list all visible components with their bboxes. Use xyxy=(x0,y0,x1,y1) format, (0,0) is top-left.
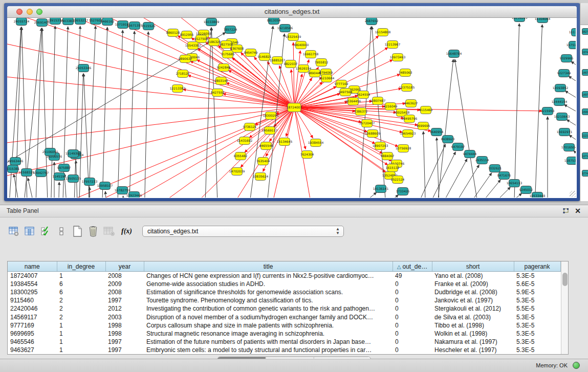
table-cell[interactable]: 2009 xyxy=(105,280,144,288)
float-window-icon[interactable] xyxy=(561,207,570,215)
table-row[interactable]: 1456911722003Disruption of a novel membe… xyxy=(8,313,560,321)
graph-node[interactable]: 19747 xyxy=(582,49,588,55)
column-header-title[interactable]: title xyxy=(144,261,393,272)
table-cell[interactable]: Estimation of the future numbers of pati… xyxy=(144,338,393,346)
table-cell[interactable]: Hescheler et al. (1997) xyxy=(432,346,514,354)
delete-table-button[interactable] xyxy=(102,225,116,238)
table-cell[interactable]: 9463627 xyxy=(8,346,57,354)
table-cell[interactable]: 1 xyxy=(57,330,105,338)
graph-node[interactable]: 12710 xyxy=(582,152,588,159)
table-cell[interactable]: 1997 xyxy=(105,338,144,346)
table-cell[interactable]: 5.3E-5 xyxy=(514,330,560,338)
function-builder-button[interactable]: f(x) xyxy=(121,227,132,235)
resize-grip-icon[interactable] xyxy=(570,191,576,197)
table-cell[interactable]: 0 xyxy=(393,321,432,330)
table-cell[interactable]: 1998 xyxy=(105,321,144,330)
graph-node[interactable]: 9827 xyxy=(582,28,588,35)
table-cell[interactable]: Estimation of significance thresholds fo… xyxy=(144,288,393,296)
table-cell[interactable]: 5.3E-5 xyxy=(514,272,560,280)
table-cell[interactable]: 49 xyxy=(393,272,432,280)
table-cell[interactable]: 1998 xyxy=(105,330,144,338)
table-cell[interactable]: 0 xyxy=(393,280,432,288)
table-cell[interactable]: 2 xyxy=(57,313,105,321)
table-cell[interactable]: Tourette syndrome. Phenomenology and cla… xyxy=(144,296,393,304)
show-columns-button[interactable] xyxy=(23,225,36,238)
table-cell[interactable]: 19384554 xyxy=(8,280,57,288)
table-cell[interactable]: 0 xyxy=(393,313,432,321)
table-cell[interactable]: 1 xyxy=(57,321,105,330)
table-cell[interactable]: 0 xyxy=(393,346,432,354)
table-row[interactable]: 969969511998Structural magnetic resonanc… xyxy=(8,330,560,338)
table-cell[interactable]: 5.3E-5 xyxy=(514,338,560,346)
column-header-year[interactable]: year xyxy=(105,261,144,272)
table-cell[interactable]: 0 xyxy=(393,338,432,346)
table-cell[interactable]: 18724007 xyxy=(8,272,57,280)
table-cell[interactable]: 14569117 xyxy=(8,313,57,321)
table-row[interactable]: 977716911998Corpus callosum shape and si… xyxy=(8,321,560,330)
table-cell[interactable]: Wolkin et al. (1998) xyxy=(432,330,514,338)
table-cell[interactable]: Changes of HCN gene expression and I(f) … xyxy=(144,272,393,280)
graph-node[interactable]: 6774 xyxy=(582,170,588,177)
table-row[interactable]: 2242004622012Investigating the contribut… xyxy=(8,304,560,313)
graph-node[interactable]: 15958 xyxy=(582,108,588,115)
table-cell[interactable]: 5.9E-5 xyxy=(514,288,560,296)
table-row[interactable]: 946554611997Estimation of the future num… xyxy=(8,338,560,346)
table-cell[interactable]: 0 xyxy=(393,296,432,304)
table-cell[interactable]: 5.6E-5 xyxy=(514,280,560,288)
table-cell[interactable]: 0 xyxy=(393,330,432,338)
table-cell[interactable]: Dudbridge et al. (2008) xyxy=(432,288,514,296)
table-cell[interactable]: 2 xyxy=(57,296,105,304)
table-cell[interactable]: 9777169 xyxy=(8,321,57,330)
table-cell[interactable]: 2008 xyxy=(105,272,144,280)
table-cell[interactable]: Investigating the contribution of common… xyxy=(144,304,393,313)
table-cell[interactable]: Genome-wide association studies in ADHD. xyxy=(144,280,393,288)
table-selector-combobox[interactable]: citations_edges.txt ▲▼ xyxy=(142,226,344,237)
table-cell[interactable]: 5.3E-5 xyxy=(514,346,560,354)
table-cell[interactable]: Disruption of a novel member of a sodium… xyxy=(144,313,393,321)
table-row[interactable]: 946362711997Embryonic stem cells: a mode… xyxy=(8,346,560,354)
table-cell[interactable]: Embryonic stem cells: a model to study s… xyxy=(144,346,393,354)
table-cell[interactable]: Tibbo et al. (1998) xyxy=(432,321,514,330)
table-cell[interactable]: 1997 xyxy=(105,346,144,354)
table-cell[interactable]: 5.3E-5 xyxy=(514,296,560,304)
delete-column-button[interactable] xyxy=(86,225,100,238)
table-cell[interactable]: 0 xyxy=(393,304,432,313)
table-cell[interactable]: Corpus callosum shape and size in male p… xyxy=(144,321,393,330)
table-cell[interactable]: Jankovic et al. (1997) xyxy=(432,296,514,304)
column-header-out_de[interactable]: △out_de… xyxy=(393,261,432,272)
network-graph[interactable]: 2405572420691406239153741903383110653237… xyxy=(7,18,576,198)
table-row[interactable]: 911546021997Tourette syndrome. Phenomeno… xyxy=(8,296,560,304)
window-titlebar[interactable]: citations_edges.txt xyxy=(7,6,577,18)
table-cell[interactable]: 6 xyxy=(57,288,105,296)
table-cell[interactable]: 5.3E-5 xyxy=(514,313,560,321)
table-cell[interactable]: Franke et al. (2009) xyxy=(432,280,514,288)
table-cell[interactable]: 1 xyxy=(57,346,105,354)
panel-close-icon[interactable]: ✕ xyxy=(574,207,582,215)
table-cell[interactable]: 9699695 xyxy=(8,330,57,338)
column-header-pagerank[interactable]: pagerank xyxy=(514,261,560,272)
table-cell[interactable]: 2003 xyxy=(105,313,144,321)
table-cell[interactable]: 5.3E-5 xyxy=(514,321,560,330)
table-cell[interactable]: 1 xyxy=(57,338,105,346)
table-cell[interactable]: 2012 xyxy=(105,304,144,313)
column-header-name[interactable]: name xyxy=(8,261,57,272)
table-cell[interactable]: 5.5E-5 xyxy=(514,304,560,313)
table-cell[interactable]: 9115460 xyxy=(8,296,57,304)
select-all-button[interactable] xyxy=(39,225,52,238)
table-cell[interactable]: Structural magnetic resonance image aver… xyxy=(144,330,393,338)
table-row[interactable]: 1938455462009Genome-wide association stu… xyxy=(8,280,560,288)
table-row[interactable]: 1830029562008Estimation of significance … xyxy=(8,288,560,296)
column-header-short[interactable]: short xyxy=(432,261,514,272)
graph-node[interactable]: 14973 xyxy=(582,91,588,98)
table-cell[interactable]: 6 xyxy=(57,280,105,288)
table-cell[interactable]: 0 xyxy=(393,288,432,296)
table-cell[interactable]: de Silva et al. (2003) xyxy=(432,313,514,321)
table-cell[interactable]: 9465546 xyxy=(8,338,57,346)
scrollbar-thumb[interactable] xyxy=(562,273,568,286)
table-cell[interactable]: 18300295 xyxy=(8,288,57,296)
vertical-scrollbar[interactable] xyxy=(561,261,569,354)
table-row[interactable]: 1872400712008Changes of HCN gene express… xyxy=(8,272,560,280)
table-cell[interactable]: Yano et al. (2008) xyxy=(432,272,514,280)
graph-node[interactable]: 11218 xyxy=(582,132,588,139)
network-canvas[interactable]: 2405572420691406239153741903383110653237… xyxy=(7,18,577,198)
